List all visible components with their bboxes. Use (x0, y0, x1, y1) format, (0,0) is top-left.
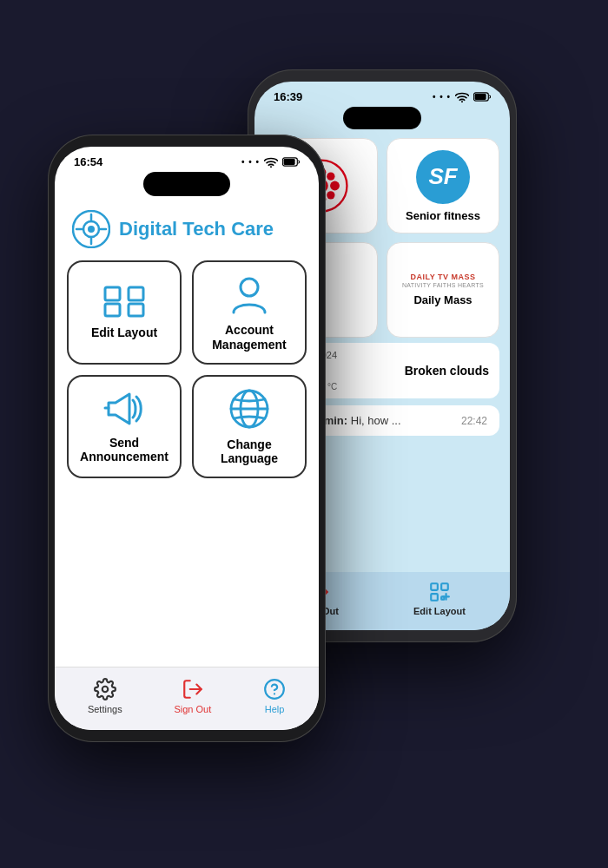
chat-content: Hi, how ... (351, 414, 401, 427)
svg-rect-20 (431, 594, 438, 601)
bottom-tab-bar: Settings Sign Out Help (55, 667, 319, 730)
change-language-label: ChangeLanguage (221, 437, 278, 467)
account-management-icon (230, 273, 268, 316)
back-edit-layout-tab[interactable]: Edit Layout (413, 581, 466, 616)
back-time: 16:39 (274, 90, 302, 103)
send-announcement-icon (102, 389, 147, 429)
back-edit-layout-icon (428, 581, 451, 603)
sign-out-icon (182, 678, 204, 700)
account-management-label: AccountManagement (212, 323, 287, 352)
back-battery-icon (473, 92, 491, 102)
back-edit-layout-label: Edit Layout (413, 606, 466, 616)
settings-tab[interactable]: Settings (88, 678, 122, 714)
back-status-icons: • • • (433, 92, 491, 102)
change-language-icon (228, 387, 271, 431)
svg-point-38 (241, 279, 258, 296)
senior-fitness-app-card[interactable]: SF Senior fitness (387, 138, 499, 233)
app-title: Digital Tech Care (119, 218, 274, 240)
edit-layout-button[interactable]: Edit Layout (67, 260, 182, 365)
svg-point-43 (102, 687, 109, 693)
front-dots: • • • (241, 157, 260, 167)
svg-point-0 (461, 101, 463, 102)
change-language-button[interactable]: ChangeLanguage (192, 375, 307, 479)
svg-rect-37 (129, 304, 143, 316)
front-screen: 16:54 • • • (55, 147, 319, 730)
daily-mass-logo-icon: DAILY TV MASS NATIVITY FAITHS HEARTS (402, 273, 484, 288)
svg-rect-36 (105, 304, 120, 316)
app-header: Digital Tech Care (55, 201, 319, 260)
send-announcement-label: SendAnnouncement (80, 436, 169, 465)
settings-icon (94, 678, 116, 700)
back-wifi-icon (455, 92, 469, 102)
front-wifi-icon (264, 157, 278, 168)
chat-time: 22:42 (461, 415, 487, 427)
svg-rect-34 (105, 287, 120, 300)
svg-point-12 (327, 191, 334, 199)
svg-point-10 (327, 173, 334, 181)
svg-point-6 (330, 181, 340, 191)
svg-rect-2 (475, 94, 486, 100)
help-tab[interactable]: Help (263, 678, 286, 714)
edit-layout-label: Edit Layout (91, 326, 157, 340)
send-announcement-button[interactable]: SendAnnouncement (67, 375, 182, 479)
daily-mass-app-card[interactable]: DAILY TV MASS NATIVITY FAITHS HEARTS Dai… (387, 242, 499, 338)
daily-mass-label: Daily Mass (413, 293, 472, 306)
svg-rect-35 (129, 287, 143, 300)
sign-out-tab-label: Sign Out (174, 704, 211, 714)
svg-rect-19 (441, 583, 448, 590)
front-status-icons: • • • (241, 157, 300, 168)
front-time: 16:54 (74, 155, 102, 168)
front-phone: 16:54 • • • (48, 135, 326, 742)
back-status-bar: 16:39 • • • (254, 82, 510, 107)
account-management-button[interactable]: AccountManagement (192, 260, 307, 365)
senior-fitness-label: Senior fitness (406, 209, 480, 222)
svg-point-24 (270, 166, 272, 168)
sf-logo-icon: SF (416, 150, 470, 204)
front-dynamic-island (143, 172, 230, 196)
dtc-logo-icon (72, 210, 110, 248)
main-spacer (55, 478, 319, 658)
svg-rect-18 (431, 583, 438, 590)
svg-rect-26 (284, 159, 295, 165)
sign-out-tab[interactable]: Sign Out (174, 678, 211, 714)
svg-point-33 (88, 226, 95, 233)
back-dynamic-island (343, 107, 421, 129)
back-dots: • • • (433, 92, 451, 102)
front-battery-icon (282, 157, 300, 167)
settings-tab-label: Settings (88, 704, 122, 714)
weather-description: Broken clouds (405, 364, 489, 378)
help-tab-label: Help (265, 704, 285, 714)
main-grid: Edit Layout AccountManagement (55, 260, 319, 478)
help-icon (263, 678, 286, 700)
front-status-bar: 16:54 • • • (55, 147, 319, 172)
edit-layout-icon (102, 284, 147, 319)
